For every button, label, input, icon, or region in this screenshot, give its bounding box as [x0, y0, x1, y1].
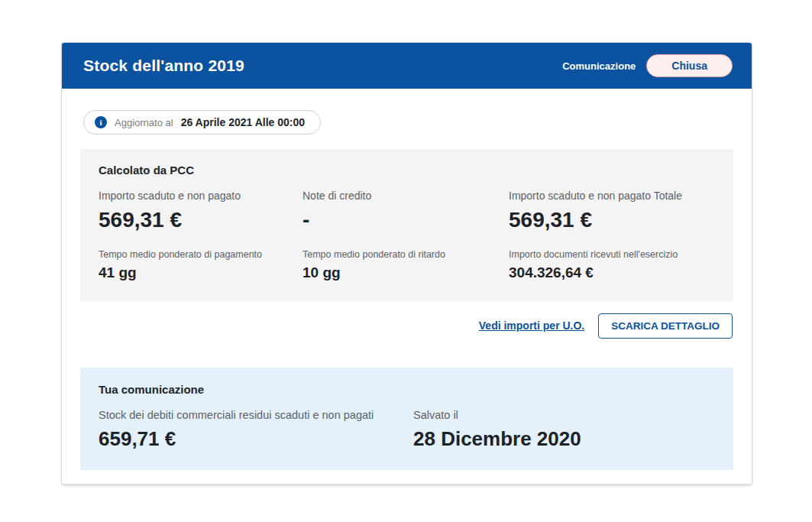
communication-card-title: Tua comunicazione: [99, 383, 715, 396]
metric-documenti-ricevuti: Importo documenti ricevuti nell'esercizi…: [509, 249, 715, 281]
metric-value: 10 gg: [302, 265, 509, 281]
actions-row: Vedi importi per U.O. SCARICA DETTAGLIO: [80, 313, 733, 339]
metric-importo-scaduto: Importo scaduto e non pagato 569,31 €: [99, 190, 302, 232]
page-title: Stock dell'anno 2019: [83, 57, 244, 75]
metric-tempo-ritardo: Tempo medio ponderato di ritardo 10 gg: [302, 249, 509, 281]
metric-note-credito: Note di credito -: [302, 190, 509, 232]
panel-body: i Aggiornato al 26 Aprile 2021 Alle 00:0…: [62, 89, 752, 470]
metric-stock-debiti: Stock dei debiti commerciali residui sca…: [99, 409, 413, 450]
metric-value: 304.326,64 €: [509, 265, 715, 281]
metric-value: -: [302, 209, 509, 232]
pcc-card: Calcolato da PCC Importo scaduto e non p…: [80, 149, 733, 301]
status-badge: Chiusa: [646, 54, 733, 77]
panel-header: Stock dell'anno 2019 Comunicazione Chius…: [62, 43, 752, 89]
communication-label: Comunicazione: [562, 60, 636, 72]
metric-salvato-il: Salvato il 28 Dicembre 2020: [413, 409, 715, 450]
communication-grid: Stock dei debiti commerciali residui sca…: [99, 409, 715, 450]
metric-importo-totale: Importo scaduto e non pagato Totale 569,…: [509, 190, 715, 232]
metric-label: Salvato il: [413, 409, 715, 421]
metric-value: 659,71 €: [99, 428, 413, 450]
metric-value: 569,31 €: [509, 209, 715, 232]
metric-label: Note di credito: [302, 190, 509, 202]
metric-label: Stock dei debiti commerciali residui sca…: [99, 409, 413, 421]
metric-label: Importo scaduto e non pagato: [99, 190, 302, 202]
metric-label: Tempo medio ponderato di ritardo: [302, 249, 509, 260]
pcc-metrics-grid: Importo scaduto e non pagato 569,31 € No…: [99, 190, 715, 281]
vedi-importi-link[interactable]: Vedi importi per U.O.: [479, 319, 584, 332]
info-icon: i: [95, 116, 107, 128]
updated-prefix: Aggiornato al: [115, 117, 173, 128]
metric-value: 569,31 €: [99, 209, 302, 232]
metric-value: 41 gg: [99, 265, 302, 281]
metric-label: Tempo medio ponderato di pagamento: [99, 249, 302, 260]
pcc-card-title: Calcolato da PCC: [99, 164, 715, 177]
stock-panel: Stock dell'anno 2019 Comunicazione Chius…: [61, 42, 752, 485]
metric-tempo-pagamento: Tempo medio ponderato di pagamento 41 gg: [99, 249, 302, 281]
communication-card: Tua comunicazione Stock dei debiti comme…: [80, 368, 733, 471]
updated-value: 26 Aprile 2021 Alle 00:00: [181, 116, 305, 128]
updated-info-pill: i Aggiornato al 26 Aprile 2021 Alle 00:0…: [83, 110, 321, 135]
metric-label: Importo scaduto e non pagato Totale: [509, 190, 715, 202]
metric-value: 28 Dicembre 2020: [413, 428, 715, 450]
metric-label: Importo documenti ricevuti nell'esercizi…: [509, 249, 715, 260]
scarica-dettaglio-button[interactable]: SCARICA DETTAGLIO: [598, 313, 733, 339]
header-right: Comunicazione Chiusa: [562, 54, 733, 77]
